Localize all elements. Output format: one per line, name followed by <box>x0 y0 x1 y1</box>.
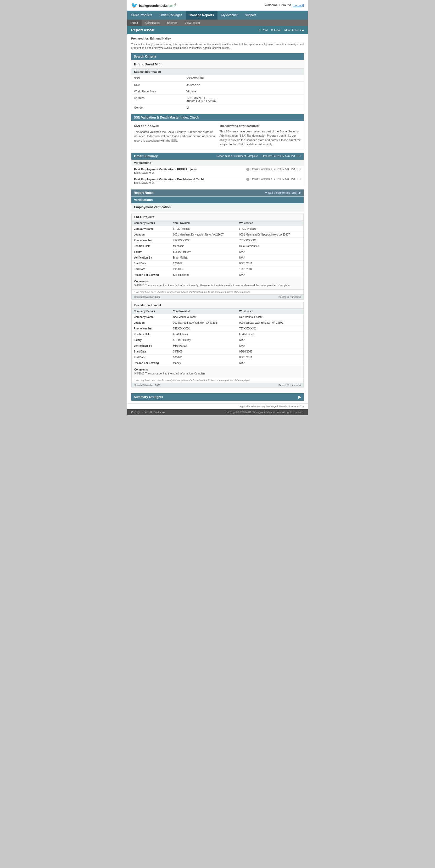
add-note-link[interactable]: ✏ Add a note to this report ▶ <box>265 191 301 194</box>
subnav-view-roster[interactable]: View Roster <box>181 20 204 26</box>
logo-text: backgroundchecks.com® <box>139 3 177 8</box>
search-id-2: Search ID Number: 2828 <box>134 384 160 386</box>
table-row: Verification By Brian Mullett N/A * <box>132 255 303 260</box>
prepared-for-name: Edmund Halley <box>150 37 170 40</box>
summary-rights-arrow-icon: ▶ <box>299 395 301 399</box>
col-header-details-2: Company Details <box>132 309 171 314</box>
summary-of-rights-header[interactable]: Summary Of Rights ▶ <box>131 393 304 401</box>
table-row: Reason For Leaving Still employed N/A * <box>132 272 303 278</box>
comments-text-2: 9/4/2013 The source verified the noted i… <box>134 372 301 375</box>
search-id-bar-1: Search ID Number: 2827 Record ID Number:… <box>132 294 303 299</box>
ssn-row: SSN XXX-XX-6789 <box>131 75 304 82</box>
table-row: Company Name Doe Marina & Yacht Doe Mari… <box>132 314 303 320</box>
email-icon <box>271 29 273 32</box>
search-criteria-card: Birch, David M Jr. Subject Information S… <box>131 60 304 111</box>
nav-manage-reports[interactable]: Manage Reports <box>186 11 218 20</box>
email-button[interactable]: Email <box>271 29 281 32</box>
welcome-text: Welcome, <box>265 3 278 7</box>
more-actions-icon <box>302 29 304 32</box>
main-content: Prepared for: Edmund Halley You certifie… <box>127 34 308 403</box>
logo: 🐦 backgroundchecks.com® <box>131 2 177 8</box>
ssn-right-panel: The following error occurred: This SSN m… <box>220 124 301 147</box>
verif-name-2: Birch, David M Jr. <box>134 181 204 184</box>
subnav-inbox[interactable]: Inbox <box>127 20 142 26</box>
verif-table-2: Company Details You Provided We Verified… <box>132 309 303 366</box>
verif-item-2: Past Employment Verification - Doe Marin… <box>131 176 304 186</box>
prepared-for: Prepared for: Edmund Halley <box>131 37 304 40</box>
main-nav: Order Products Order Packages Manage Rep… <box>127 11 308 20</box>
ordered-date: Ordered: 8/31/2017 5:37 PM CDT <box>262 155 301 158</box>
nav-order-packages[interactable]: Order Packages <box>156 11 186 20</box>
ssn-validation-header: SSN Validation & Death Master Index Chec… <box>131 114 304 121</box>
company-name-1: FREE Projects <box>132 214 303 220</box>
print-button[interactable]: Print <box>258 29 268 32</box>
col-header-verified-1: We Verified <box>237 220 303 226</box>
workplace-state-row: Work Place State Virginia <box>131 88 304 95</box>
report-actions: Print Email More Actions <box>258 29 304 32</box>
more-actions-button[interactable]: More Actions <box>284 29 304 32</box>
company-name-2: Doe Marina & Yacht <box>132 302 303 309</box>
verif-status-1: i Status: Completed 8/31/2017 5:36 PM CD… <box>246 168 301 171</box>
order-summary-header: Order Summary Report Status: Fulfillment… <box>131 153 304 160</box>
disclaimer-note-2: * We may have been unable to verify cert… <box>132 378 303 382</box>
comments-section-2: Comments 9/4/2013 The source verified th… <box>132 366 303 378</box>
table-row: Position Held Mechanic Data Not Verified <box>132 243 303 249</box>
table-row: End Date 09/2013 12/01/2004 <box>132 266 303 272</box>
info-icon-1: i <box>246 168 249 171</box>
nav-order-products[interactable]: Order Products <box>127 11 156 20</box>
verif-title-1: Past Employment Verification - FREE Proj… <box>134 168 197 171</box>
table-row: Start Date 12/2012 08/01/2011 <box>132 260 303 266</box>
subnav-certificates[interactable]: Certificates <box>142 20 163 26</box>
col-header-details-1: Company Details <box>132 220 171 226</box>
logout-link[interactable]: [Log out] <box>292 4 304 7</box>
comments-section-1: Comments 5/6/2015 The source verified th… <box>132 278 303 289</box>
table-row: Location 000 Railroad Way Yorktown VA 23… <box>132 320 303 326</box>
verifications-section: Verifications Employment Verification FR… <box>131 196 304 390</box>
ssn-left-panel: SSN XXX-XX-6789 This search validates th… <box>134 124 216 147</box>
table-row: Reason For Leaving money N/A * <box>132 360 303 366</box>
site-footer: Privacy Terms & Conditions Copyright © 2… <box>127 409 308 415</box>
copyright-text: Copyright © 2000-2017 backgroundchecks.c… <box>226 411 304 414</box>
subnav-batches[interactable]: Batches <box>163 20 181 26</box>
verifications-subheader: Verifications <box>131 160 304 166</box>
table-row: Phone Number 757XXXXXXX 757XXXXXXX <box>132 326 303 331</box>
nav-support[interactable]: Support <box>241 11 259 20</box>
summary-rights-title: Summary Of Rights <box>134 395 163 399</box>
search-id-bar-2: Search ID Number: 2828 Record ID Number:… <box>132 382 303 388</box>
table-row: Salary $15.00 / Hourly N/A * <box>132 337 303 343</box>
welcome-area: Welcome, Edmund [Log out] <box>265 3 304 7</box>
employment-verification-header: Employment Verification <box>131 203 304 211</box>
table-row: Position Held Forklift driver Forklift D… <box>132 331 303 337</box>
ssn-number: SSN XXX-XX-6789 <box>134 124 216 128</box>
footer-links: Privacy Terms & Conditions <box>131 411 165 414</box>
col-header-provided-1: You Provided <box>171 220 237 226</box>
error-text: This SSN may have been issued as part of… <box>220 129 301 147</box>
report-notes-title: Report Notes <box>134 191 153 195</box>
table-row: End Date 06/2011 08/01/2011 <box>132 354 303 360</box>
top-header: 🐦 backgroundchecks.com® Welcome, Edmund … <box>127 0 308 11</box>
report-header-bar: Report #3550 Print Email More Actions <box>127 26 308 34</box>
edit-icon: ✏ <box>265 191 267 194</box>
table-row: Salary $18.00 / Hourly N/A * <box>132 249 303 255</box>
table-row: Verification By Mike Hanah N/A * <box>132 343 303 348</box>
logo-icon: 🐦 <box>131 2 138 8</box>
record-id-2: Record ID Number: 4 <box>278 384 301 386</box>
col-header-verified-2: We Verified <box>237 309 303 314</box>
verif-item-1: Past Employment Verification - FREE Proj… <box>131 166 304 176</box>
verif-name-1: Birch, David M Jr. <box>134 172 197 174</box>
search-id-1: Search ID Number: 2827 <box>134 296 160 298</box>
subject-info-header: Subject Information <box>131 68 304 75</box>
disclaimer-note-1: * We may have been unable to verify cert… <box>132 289 303 294</box>
subject-name: Birch, David M Jr. <box>131 60 304 68</box>
terms-link[interactable]: Terms & Conditions <box>143 411 165 414</box>
order-summary-title: Order Summary <box>134 154 158 158</box>
gender-row: Gender M <box>131 104 304 111</box>
footer-notes: *Applicable sales tax may be charged. Ne… <box>127 403 308 409</box>
privacy-link[interactable]: Privacy <box>131 411 140 414</box>
company-doe-marina: Doe Marina & Yacht Company Details You P… <box>131 302 304 388</box>
comments-label-2: Comments <box>134 368 301 371</box>
nav-my-account[interactable]: My Account <box>218 11 241 20</box>
table-row: Company Name FREE Projects FREE Projects <box>132 226 303 231</box>
comments-label-1: Comments <box>134 280 301 283</box>
col-header-provided-2: You Provided <box>171 309 237 314</box>
